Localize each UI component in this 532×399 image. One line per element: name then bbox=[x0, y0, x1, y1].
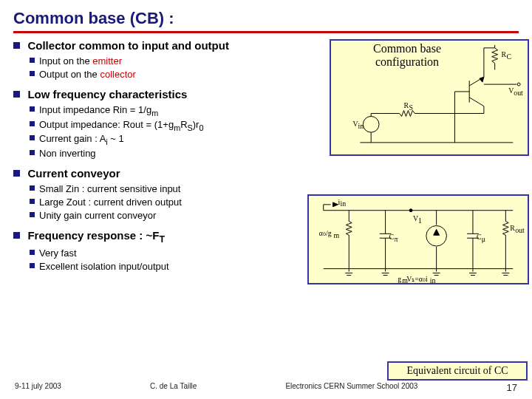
label-source: g bbox=[398, 275, 401, 283]
svg-marker-3 bbox=[480, 77, 484, 82]
item-text: Input impedance Rin = 1/gm bbox=[39, 104, 158, 115]
section-3-label: Current conveyor bbox=[27, 167, 120, 180]
svg-text:in: in bbox=[430, 276, 436, 284]
section-2-label: Low frequency characteristics bbox=[27, 88, 187, 100]
svg-text:S: S bbox=[409, 103, 412, 112]
bullet-icon bbox=[30, 135, 35, 140]
footer-event: Electronics CERN Summer School 2003 bbox=[285, 382, 417, 393]
svg-text:m: m bbox=[334, 231, 340, 239]
svg-text:in: in bbox=[340, 200, 346, 208]
svg-point-11 bbox=[363, 116, 379, 132]
item-text: Large Zout : current driven output bbox=[39, 197, 182, 208]
svg-marker-42 bbox=[333, 202, 338, 207]
bullet-icon bbox=[30, 185, 35, 191]
svg-text:V₁=α₀i: V₁=α₀i bbox=[406, 275, 428, 283]
bullet-icon bbox=[30, 58, 35, 63]
section-4-label: Frequency response : ~FT bbox=[27, 229, 165, 242]
item-text: Input on the emitter bbox=[39, 55, 122, 66]
title-rule bbox=[13, 31, 519, 33]
svg-text:out: out bbox=[515, 226, 525, 234]
item-text: Current gain : Ai ~ 1 bbox=[39, 133, 124, 144]
item-text: Excellent isolation input/output bbox=[39, 261, 169, 272]
figure-2-caption-box: Equivalent circuit of CC bbox=[387, 361, 528, 381]
figure-common-base: Common baseconfiguration bbox=[330, 39, 529, 156]
item-text: Non inverting bbox=[39, 148, 96, 159]
svg-text:in: in bbox=[358, 122, 364, 130]
svg-line-2 bbox=[469, 98, 484, 106]
svg-marker-52 bbox=[434, 229, 440, 235]
item-text: Output impedance: Rout = (1+gmRS)r0 bbox=[39, 119, 203, 130]
svg-point-49 bbox=[409, 209, 412, 212]
slide-footer: 9-11 july 2003 C. de La Taille Electroni… bbox=[0, 382, 532, 393]
footer-author: C. de La Taille bbox=[150, 382, 197, 393]
footer-date: 9-11 july 2003 bbox=[15, 382, 61, 393]
bullet-icon bbox=[13, 42, 20, 49]
bullet-icon bbox=[13, 170, 20, 177]
svg-text:1: 1 bbox=[418, 216, 422, 225]
svg-text:μ: μ bbox=[482, 235, 485, 243]
page-number: 17 bbox=[507, 382, 517, 393]
slide-title: Common base (CB) : bbox=[0, 0, 532, 31]
svg-point-19 bbox=[517, 83, 520, 86]
svg-text:C: C bbox=[506, 52, 511, 61]
item-text: Very fast bbox=[39, 248, 77, 259]
figure-equivalent-circuit: iin α₀/gm Cπ V1 Cμ Rout gmV₁=α₀iin bbox=[307, 194, 529, 284]
bullet-icon bbox=[30, 121, 35, 126]
bullet-icon bbox=[30, 212, 35, 217]
bullet-icon bbox=[13, 232, 20, 239]
bullet-icon bbox=[30, 71, 35, 76]
circuit-diagram-2: iin α₀/gm Cπ V1 Cμ Rout gmV₁=α₀iin bbox=[309, 196, 528, 284]
bullet-icon bbox=[30, 150, 35, 155]
svg-text:out: out bbox=[514, 89, 523, 97]
item-text: Output on the collector bbox=[39, 69, 136, 80]
circuit-diagram-1: RC RS Vin Vout bbox=[331, 41, 528, 156]
bullet-icon bbox=[30, 250, 35, 255]
bullet-icon bbox=[30, 106, 35, 112]
item-text: Small Zin : current sensitive input bbox=[39, 183, 180, 194]
list-item: Small Zin : current sensitive input bbox=[30, 182, 519, 195]
svg-text:π: π bbox=[394, 235, 398, 243]
figure-2-caption: Equivalent circuit of CC bbox=[393, 365, 522, 377]
bullet-icon bbox=[13, 91, 20, 98]
item-text: Unity gain current conveyor bbox=[39, 210, 156, 221]
section-1-label: Collector common to input and output bbox=[27, 39, 228, 52]
bullet-icon bbox=[30, 263, 35, 268]
label-a0gm: α₀/g bbox=[319, 229, 332, 237]
bullet-icon bbox=[30, 199, 35, 204]
